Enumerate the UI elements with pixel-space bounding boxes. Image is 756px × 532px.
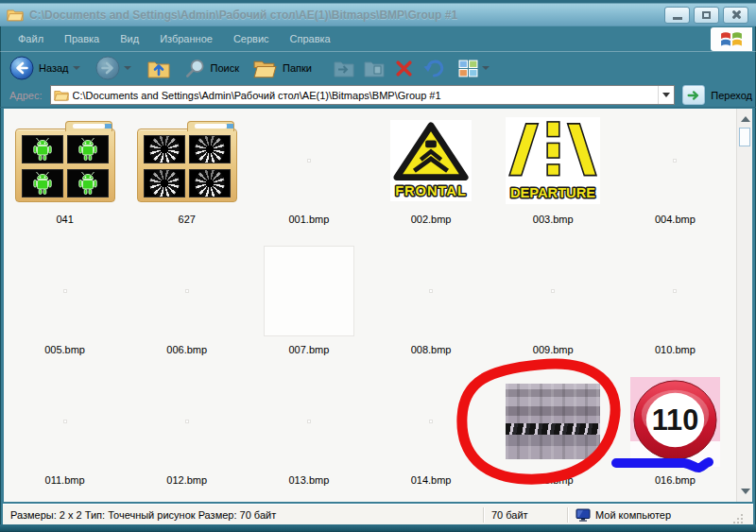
file-item-005[interactable]: 005.bmp [4,242,126,372]
maximize-button[interactable] [694,7,719,24]
back-icon [9,56,34,80]
file-label: 007.bmp [289,344,330,355]
departure-sign-thumbnail: DEPARTURE [506,117,600,204]
address-value: C:\Documents and Settings\Admin\Рабочий … [73,90,659,101]
file-item-003[interactable]: DEPARTURE 003.bmp [492,112,614,242]
maximize-icon [702,11,711,19]
scroll-down-icon[interactable] [741,489,750,494]
robot-preview [23,136,62,163]
copy-to-button[interactable] [363,58,386,78]
close-icon [730,9,741,20]
file-label: 627 [179,214,196,225]
resize-grip[interactable] [732,513,744,524]
forward-dropdown[interactable] [124,66,131,70]
status-bar: Размеры: 2 x 2 Тип: Точечный рисунок Раз… [3,504,753,524]
file-item-011[interactable]: 011.bmp [4,372,126,502]
spinner-preview [145,136,184,163]
close-button[interactable] [723,7,748,24]
tiny-bitmap-thumbnail [63,420,67,423]
file-item-004[interactable]: 004.bmp [614,112,736,242]
folders-button[interactable]: Папки [252,58,312,79]
scrollbar-thumb[interactable] [739,128,750,146]
file-label: 013.bmp [289,474,330,486]
minimize-icon [673,17,682,20]
file-label: 002.bmp [411,214,452,225]
file-label: 003.bmp [533,214,574,225]
menu-view[interactable]: Вид [110,29,149,48]
speed-limit-text: 110 [652,403,698,436]
file-item-014[interactable]: 014.bmp [370,372,492,502]
scroll-up-icon[interactable] [741,116,750,122]
spinner-preview [190,136,230,163]
folder-thumbnail [126,112,248,210]
address-input[interactable]: C:\Documents and Settings\Admin\Рабочий … [50,85,676,105]
folder-tab-stripe [195,124,227,129]
file-label: 014.bmp [411,474,452,486]
tiny-bitmap-thumbnail [673,289,677,293]
search-label: Поиск [211,62,239,74]
file-item-012[interactable]: 012.bmp [126,372,248,502]
robot-preview [23,170,62,197]
tiny-bitmap-thumbnail [185,289,189,293]
status-location: Мой компьютер [568,505,753,524]
views-dropdown[interactable] [482,66,490,70]
file-item-002[interactable]: FRONTAL 002.bmp [370,112,492,242]
file-item-008[interactable]: 008.bmp [370,242,492,372]
views-button[interactable] [458,60,478,77]
file-item-016[interactable]: 110 016.bmp [614,372,736,502]
file-item-007[interactable]: 007.bmp [248,242,369,372]
undo-button[interactable] [422,58,445,78]
menu-bar: Файл Правка Вид Избранное Сервис Справка [0,26,756,52]
address-label: Адрес: [9,90,43,101]
tiny-bitmap-thumbnail [429,420,433,423]
address-dropdown[interactable] [658,86,674,104]
vertical-scrollbar[interactable] [736,109,752,502]
spinner-preview [145,170,184,197]
texture-bitmap-thumbnail [506,384,600,459]
file-item-006[interactable]: 006.bmp [126,242,248,372]
status-location-label: Мой компьютер [595,509,671,521]
back-dropdown[interactable] [73,66,80,70]
forward-button[interactable] [95,56,120,80]
file-item-041[interactable]: 041 [4,112,126,242]
menu-tools[interactable]: Сервис [223,29,280,48]
speed-sign-thumbnail: 110 [630,377,720,467]
folder-tab-stripe-end [227,124,233,129]
my-computer-icon [576,508,591,522]
minimize-button[interactable] [664,7,690,24]
delete-icon [395,60,413,77]
search-button[interactable]: Поиск [184,58,239,79]
go-button[interactable]: Переход [682,85,752,105]
file-label: 004.bmp [655,214,696,225]
toolbar: Назад Поиск [0,53,756,83]
window-title: C:\Documents and Settings\Admin\Рабочий … [29,9,664,22]
delete-button[interactable] [395,60,413,77]
tiny-bitmap-thumbnail [551,289,555,293]
back-button[interactable]: Назад [9,56,69,80]
address-bar: Адрес: C:\Documents and Settings\Admin\Р… [0,83,756,108]
tiny-bitmap-thumbnail [307,159,311,163]
file-label: 006.bmp [166,344,207,355]
menu-help[interactable]: Справка [280,29,341,48]
menu-favorites[interactable]: Избранное [149,29,223,48]
tiny-bitmap-thumbnail [185,420,189,423]
file-item-010[interactable]: 010.bmp [614,242,736,372]
file-label: 012.bmp [166,474,207,486]
up-button[interactable] [146,57,171,79]
file-item-015[interactable]: 015.bmp [492,372,614,502]
file-item-001[interactable]: 001.bmp [248,112,369,242]
move-to-button[interactable] [333,58,355,78]
window-bottom-edge [0,524,756,532]
file-list-view: 041 [4,109,736,502]
file-item-627[interactable]: 627 [126,112,248,242]
file-item-009[interactable]: 009.bmp [492,242,614,372]
menu-edit[interactable]: Правка [54,29,110,48]
frontal-text: FRONTAL [395,183,467,198]
undo-icon [422,58,445,78]
file-label: 001.bmp [289,214,330,225]
forward-icon [95,56,120,80]
views-icon [458,60,478,77]
menu-file[interactable]: Файл [8,29,54,48]
file-item-013[interactable]: 013.bmp [248,372,369,502]
tiny-bitmap-thumbnail [63,289,67,293]
